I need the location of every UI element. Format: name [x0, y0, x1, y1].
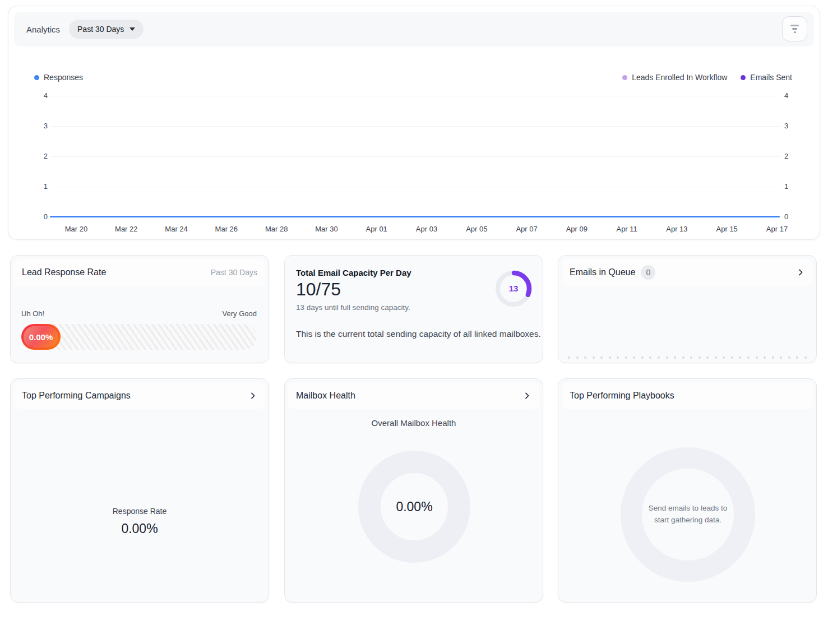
legend-item-leads-enrolled[interactable]: Leads Enrolled In Workflow [622, 73, 727, 82]
playbooks-empty-text: Send emails to leads to start gathering … [645, 503, 732, 526]
queue-dot [715, 356, 717, 359]
mailbox-health-card: Mailbox Health Overall Mailbox Health 0.… [284, 378, 543, 603]
y-axis-tick-label: 4 [31, 91, 48, 100]
capacity-value: 10/75 [296, 279, 341, 300]
x-axis-tick-label: Apr 11 [616, 225, 637, 233]
chevron-right-icon[interactable] [248, 391, 257, 400]
x-axis-tick-label: Apr 03 [416, 225, 437, 233]
queue-dot [617, 356, 619, 359]
emails-in-queue-card: Emails in Queue 0 [558, 255, 817, 363]
y-axis-tick-label: 0 [31, 212, 48, 221]
queue-dot [633, 356, 635, 359]
queue-dot [576, 356, 579, 359]
x-axis-tick-label: Apr 01 [366, 225, 387, 233]
x-axis-tick-label: Apr 15 [716, 225, 738, 233]
queue-dot [568, 356, 570, 359]
emails-sent-dot-icon [741, 75, 746, 80]
y-axis-tick-label: 3 [784, 122, 801, 130]
y-axis-tick-label: 3 [31, 122, 48, 130]
metric-label: Response Rate [11, 507, 269, 516]
legend-item-emails-sent[interactable]: Emails Sent [741, 73, 792, 82]
card-header[interactable]: Emails in Queue 0 [562, 259, 813, 286]
analytics-card: Analytics Past 30 Days Responses Leads E… [8, 6, 820, 240]
scale-low-label: Uh Oh! [21, 309, 44, 318]
queue-dot [674, 356, 676, 359]
x-axis-tick-label: Apr 17 [766, 225, 788, 233]
caret-down-icon [129, 27, 135, 31]
queue-dot [690, 356, 692, 359]
card-header[interactable]: Top Performing Campaigns [14, 382, 265, 409]
x-axis-labels: Mar 20Mar 22Mar 24Mar 26Mar 28Mar 30Apr … [76, 225, 777, 235]
health-value: 0.00% [396, 499, 432, 515]
queue-dot [649, 356, 651, 359]
responses-series-line [50, 216, 780, 217]
queue-dot [699, 356, 701, 359]
y-axis-tick-label: 0 [784, 212, 801, 221]
card-title: Top Performing Playbooks [570, 391, 674, 401]
top-playbooks-card: Top Performing Playbooks Send emails to … [558, 378, 817, 603]
gridline [50, 156, 780, 157]
card-title: Emails in Queue [570, 267, 635, 277]
y-axis-tick-label: 1 [31, 182, 48, 191]
queue-dot [747, 356, 750, 359]
chart-legend-right: Leads Enrolled In Workflow Emails Sent [622, 73, 792, 82]
chevron-right-icon[interactable] [796, 268, 805, 277]
queue-dot [682, 356, 684, 359]
queue-dot [796, 356, 798, 359]
queue-dot [788, 356, 790, 359]
queue-dot [658, 356, 660, 359]
queue-dot [780, 356, 782, 359]
card-header: Lead Response Rate Past 30 Days [14, 259, 265, 286]
gridline [50, 187, 780, 187]
queue-count-badge: 0 [641, 265, 655, 280]
chevron-right-icon[interactable] [522, 391, 531, 400]
gridline [50, 96, 780, 96]
card-range-label: Past 30 Days [211, 268, 257, 277]
queue-dot [593, 356, 595, 359]
scale-high-label: Very Good [223, 309, 257, 318]
queue-dot [706, 356, 709, 359]
queue-dot [641, 356, 644, 359]
card-title: Total Email Capacity Per Day [296, 268, 411, 277]
y-axis-tick-label: 2 [784, 152, 801, 160]
x-axis-tick-label: Mar 22 [115, 225, 137, 233]
x-axis-tick-label: Mar 24 [165, 225, 187, 233]
metric-value: 0.00% [11, 521, 269, 536]
leads-enrolled-dot-icon [622, 75, 627, 80]
queue-dot [756, 356, 758, 359]
queue-dot [600, 356, 603, 359]
card-title: Lead Response Rate [22, 267, 106, 277]
card-header[interactable]: Mailbox Health [288, 382, 539, 409]
legend-item-responses[interactable]: Responses [34, 73, 83, 82]
response-rate-value: 0.00% [24, 326, 58, 348]
queue-dot [666, 356, 668, 359]
capacity-description: This is the current total sending capaci… [296, 329, 541, 339]
x-axis-tick-label: Apr 05 [466, 225, 487, 233]
ring-days-label: 13 [509, 284, 519, 293]
y-axis-tick-label: 2 [31, 152, 48, 160]
x-axis-tick-label: Apr 13 [666, 225, 687, 233]
gridline [50, 126, 780, 127]
campaign-metric: Response Rate 0.00% [11, 507, 269, 536]
x-axis-tick-label: Apr 07 [516, 225, 537, 233]
filter-lines-icon [790, 25, 799, 26]
card-title: Top Performing Campaigns [22, 391, 131, 401]
capacity-subtitle: 13 days until full sending capacity. [296, 303, 410, 312]
filter-button[interactable] [782, 16, 807, 41]
x-axis-tick-label: Mar 26 [215, 225, 238, 233]
mailbox-health-donut: 0.00% [358, 451, 470, 563]
queue-dot [772, 356, 774, 359]
queue-dots [568, 356, 807, 359]
capacity-ring-chart: 13 [493, 268, 534, 309]
responses-dot-icon [34, 75, 39, 80]
date-range-dropdown[interactable]: Past 30 Days [69, 20, 144, 39]
top-campaigns-card: Top Performing Campaigns Response Rate 0… [10, 378, 269, 603]
queue-dot [764, 356, 766, 359]
y-axis-tick-label: 4 [784, 91, 801, 100]
queue-dot [723, 356, 725, 359]
x-axis-tick-label: Mar 28 [265, 225, 288, 233]
queue-dot [584, 356, 586, 359]
card-title: Mailbox Health [296, 391, 355, 401]
x-axis-tick-label: Apr 09 [566, 225, 588, 233]
lead-response-rate-card: Lead Response Rate Past 30 Days Uh Oh! V… [10, 255, 269, 363]
